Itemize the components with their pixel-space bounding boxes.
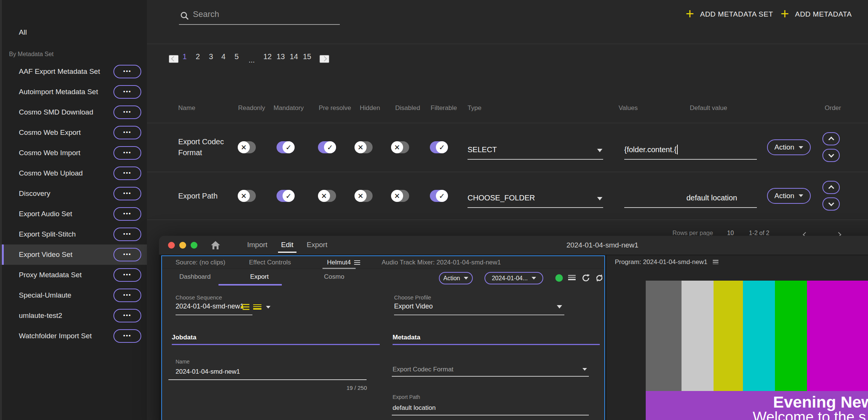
sidebar-item[interactable]: Cosmo Web Import•••	[0, 143, 147, 163]
page-button-5[interactable]: 5	[232, 52, 241, 61]
sidebar-item[interactable]: Export Audio Set•••	[0, 204, 147, 224]
default-value-input[interactable]: default location	[686, 188, 757, 208]
toggle-readonly[interactable]	[238, 190, 256, 202]
toggle-hidden[interactable]	[355, 141, 373, 153]
default-value-input[interactable]	[686, 140, 757, 160]
nav-tab-import[interactable]: Import	[245, 240, 270, 249]
move-down-button[interactable]	[822, 197, 840, 211]
pagination-prev-button[interactable]	[169, 55, 179, 63]
type-select[interactable]: SELECT	[468, 140, 603, 160]
nav-tab-export[interactable]: Export	[304, 240, 330, 249]
codec-select[interactable]: Export Codec Format	[393, 366, 454, 373]
smpte-bar-cyan	[743, 281, 775, 391]
helmut-action-button[interactable]: Action	[439, 272, 473, 284]
item-menu-button[interactable]: •••	[113, 85, 141, 99]
sequence-value[interactable]: 2024-01-04-smd-new1	[176, 302, 244, 310]
program-menu-icon[interactable]	[713, 260, 718, 265]
action-button[interactable]: Action	[767, 188, 811, 204]
sidebar-item-selected[interactable]: Export Video Set•••	[0, 244, 147, 265]
sidebar-item[interactable]: Special-Umlaute•••	[0, 285, 147, 305]
panel-tab-helmut4[interactable]: Helmut4	[325, 258, 362, 267]
toggle-preresolve[interactable]	[318, 141, 336, 153]
sidebar-item[interactable]: Export Split-Stitch•••	[0, 224, 147, 244]
item-menu-button[interactable]: •••	[113, 166, 141, 180]
refresh-icon[interactable]	[581, 273, 591, 284]
item-menu-button[interactable]: •••	[113, 268, 141, 282]
move-up-button[interactable]	[822, 132, 840, 145]
item-menu-button[interactable]: •••	[113, 228, 141, 241]
pagination-next-button[interactable]	[319, 55, 329, 63]
page-button-15[interactable]: 15	[301, 52, 313, 61]
type-select[interactable]: CHOOSE_FOLDER	[468, 188, 603, 208]
toggle-mandatory[interactable]	[277, 141, 295, 153]
item-menu-button[interactable]: •••	[113, 105, 141, 119]
page-button-2[interactable]: 2	[193, 52, 202, 61]
queue-list-icon[interactable]	[568, 275, 576, 281]
add-metadata-button[interactable]: + ADD METADATA	[778, 9, 854, 20]
sidebar-item[interactable]: Discovery•••	[0, 183, 147, 204]
item-menu-button[interactable]: •••	[113, 146, 141, 160]
sync-icon[interactable]	[594, 273, 604, 284]
page-button-4[interactable]: 4	[219, 52, 228, 61]
toggle-disabled[interactable]	[391, 141, 409, 153]
item-menu-button[interactable]: •••	[113, 126, 141, 139]
chevron-down-icon[interactable]	[557, 305, 562, 309]
helmut-tab-dashboard[interactable]: Dashboard	[177, 273, 213, 281]
page-button-1[interactable]: 1	[180, 52, 189, 61]
search-input[interactable]	[192, 9, 335, 20]
page-button-12[interactable]: 12	[261, 52, 274, 61]
item-menu-button[interactable]: •••	[113, 248, 141, 261]
item-menu-button[interactable]: •••	[113, 289, 141, 302]
toggle-disabled[interactable]	[391, 190, 409, 202]
chevron-down-icon[interactable]	[582, 368, 587, 371]
profile-value[interactable]: Export Video	[394, 302, 433, 310]
add-metadata-set-button[interactable]: + ADD METADATA SET	[683, 9, 775, 20]
sidebar-item-label: umlaute-test2	[19, 312, 113, 320]
panel-tab-effect-controls[interactable]: Effect Controls	[247, 258, 293, 267]
sidebar-item[interactable]: Watchfolder Import Set•••	[0, 326, 147, 346]
insert-sequence-icon[interactable]	[240, 304, 249, 312]
sidebar-item-all[interactable]: All	[0, 25, 147, 40]
page-button-14[interactable]: 14	[287, 52, 300, 61]
nav-tab-edit[interactable]: Edit	[279, 240, 296, 249]
helmut-tab-export[interactable]: Export	[248, 273, 271, 281]
item-menu-button[interactable]: •••	[113, 329, 141, 343]
home-icon[interactable]	[208, 240, 223, 252]
sequence-list-icon[interactable]	[253, 304, 261, 311]
chevron-down-icon[interactable]	[266, 306, 270, 309]
page-button-13[interactable]: 13	[274, 52, 287, 61]
panel-tab-source[interactable]: Source: (no clips)	[173, 258, 228, 267]
table-row-export-codec-format: Export Codec Format SELECT {folder.conte…	[147, 123, 868, 172]
toggle-hidden[interactable]	[355, 190, 373, 202]
name-input[interactable]: 2024-01-04-smd-new1	[176, 368, 240, 376]
sidebar-item[interactable]: Cosmo Web Export•••	[0, 122, 147, 143]
item-menu-button[interactable]: •••	[113, 187, 141, 200]
export-path-input[interactable]: default location	[393, 404, 436, 412]
toggle-readonly[interactable]	[238, 141, 256, 153]
add-metadata-set-label: ADD METADATA SET	[700, 10, 773, 18]
panel-tab-audio-mixer[interactable]: Audio Track Mixer: 2024-01-04-smd-new1	[379, 258, 503, 267]
sidebar-item[interactable]: AAF Export Metadata Set•••	[0, 61, 147, 82]
move-down-button[interactable]	[822, 149, 840, 162]
move-up-button[interactable]	[822, 181, 840, 194]
page-button-3[interactable]: 3	[206, 52, 215, 61]
ellipsis-icon: •••	[123, 89, 131, 94]
toggle-mandatory[interactable]	[277, 190, 295, 202]
window-minimize-button[interactable]	[179, 242, 186, 249]
sidebar-item[interactable]: Cosmo SMD Download•••	[0, 102, 147, 122]
toggle-filterable[interactable]	[430, 141, 448, 153]
sidebar-item[interactable]: Cosmo Web Upload•••	[0, 163, 147, 183]
sidebar-item[interactable]: Autoimport Metadata Set•••	[0, 82, 147, 102]
helmut-tab-cosmo[interactable]: Cosmo	[322, 273, 347, 281]
toggle-filterable[interactable]	[430, 190, 448, 202]
action-button[interactable]: Action	[767, 139, 811, 155]
item-menu-button[interactable]: •••	[113, 65, 141, 78]
window-zoom-button[interactable]	[191, 242, 197, 249]
sequence-dropdown-button[interactable]: 2024-01-04...	[484, 272, 543, 284]
toggle-preresolve[interactable]	[318, 190, 336, 202]
sidebar-item[interactable]: Proxy Metadata Set•••	[0, 265, 147, 285]
item-menu-button[interactable]: •••	[113, 207, 141, 221]
item-menu-button[interactable]: •••	[113, 309, 141, 322]
sidebar-item[interactable]: umlaute-test2•••	[0, 305, 147, 326]
window-close-button[interactable]	[168, 242, 175, 249]
